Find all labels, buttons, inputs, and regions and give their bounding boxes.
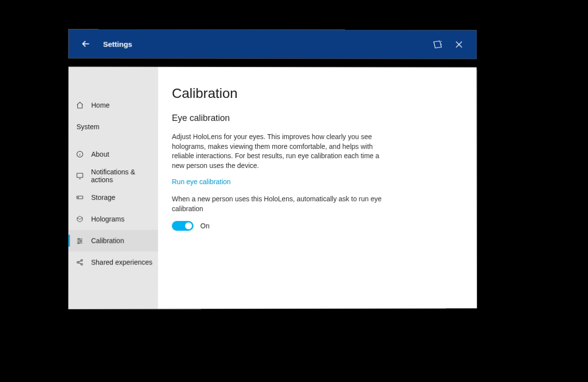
close-button[interactable] bbox=[448, 34, 470, 55]
sidebar-item-label: About bbox=[91, 150, 109, 158]
svg-point-4 bbox=[78, 239, 79, 240]
toggle-description: When a new person uses this HoloLens, au… bbox=[172, 194, 388, 214]
sidebar-item-label: Home bbox=[91, 101, 110, 109]
home-icon bbox=[75, 101, 84, 110]
back-button[interactable] bbox=[77, 35, 94, 52]
page-title: Calibration bbox=[172, 86, 463, 102]
sidebar-item-label: Storage bbox=[91, 193, 115, 201]
holographic-mode-icon bbox=[432, 40, 443, 49]
auto-calibration-toggle-row: On bbox=[172, 220, 463, 230]
run-calibration-link[interactable]: Run eye calibration bbox=[172, 178, 231, 186]
sidebar-section-label: System bbox=[76, 123, 99, 131]
sidebar-item-label: Notifications & actions bbox=[91, 168, 158, 184]
section-description: Adjust HoloLens for your eyes. This impr… bbox=[172, 132, 388, 170]
shared-experiences-icon bbox=[75, 258, 84, 267]
info-icon bbox=[75, 150, 84, 159]
sidebar-section-system[interactable]: System bbox=[69, 116, 158, 138]
svg-rect-1 bbox=[77, 173, 83, 178]
close-icon bbox=[455, 40, 464, 49]
notifications-icon bbox=[75, 171, 84, 180]
back-arrow-icon bbox=[80, 38, 91, 49]
sidebar-item-shared-experiences[interactable]: Shared experiences bbox=[69, 251, 158, 273]
toggle-state-label: On bbox=[200, 222, 210, 230]
sidebar-item-about[interactable]: About bbox=[69, 143, 158, 165]
sidebar-item-storage[interactable]: Storage bbox=[69, 187, 158, 208]
sidebar-item-calibration[interactable]: Calibration bbox=[69, 230, 158, 251]
sidebar-item-home[interactable]: Home bbox=[69, 95, 158, 116]
settings-window: Home System About bbox=[68, 67, 478, 310]
storage-icon bbox=[75, 193, 84, 202]
title-bar: Settings bbox=[68, 29, 477, 59]
app-title: Settings bbox=[103, 40, 132, 48]
svg-point-3 bbox=[78, 197, 78, 197]
sidebar-item-holograms[interactable]: Holograms bbox=[69, 208, 158, 230]
sidebar-item-label: Calibration bbox=[91, 237, 124, 244]
holograms-icon bbox=[75, 215, 84, 223]
auto-calibration-toggle[interactable] bbox=[172, 221, 194, 231]
sidebar-item-label: Holograms bbox=[91, 215, 124, 223]
svg-point-6 bbox=[78, 242, 79, 244]
sidebar-item-notifications[interactable]: Notifications & actions bbox=[69, 165, 158, 187]
content-pane: Calibration Eye calibration Adjust HoloL… bbox=[158, 67, 477, 309]
sidebar-item-label: Shared experiences bbox=[91, 258, 152, 266]
svg-point-5 bbox=[80, 240, 81, 242]
calibration-icon bbox=[75, 236, 84, 245]
section-title: Eye calibration bbox=[172, 113, 463, 123]
holographic-mode-button[interactable] bbox=[427, 34, 448, 55]
sidebar: Home System About bbox=[69, 67, 158, 310]
